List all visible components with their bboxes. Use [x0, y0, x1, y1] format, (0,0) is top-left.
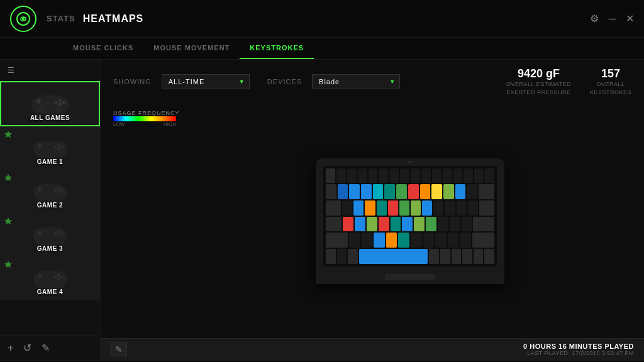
key-f1: [336, 168, 346, 184]
pressure-label: OVERALL ESTIMATEDEXERTED PRESSURE: [506, 80, 571, 96]
key-rshift: [472, 233, 494, 248]
sidebar-item-game1[interactable]: GAME 1: [0, 126, 100, 170]
key-q: [342, 200, 352, 216]
game4-icon: [4, 260, 13, 271]
all-games-thumbnail: ALL GAMES: [1, 82, 99, 125]
key-4: [373, 184, 384, 199]
key-f8: [411, 168, 420, 184]
key-d: [367, 217, 377, 232]
close-icon[interactable]: ✕: [626, 13, 634, 25]
legend-title: USAGE FREQUENCY: [113, 110, 182, 116]
game1-icon: [4, 130, 13, 141]
key-row-num: [326, 184, 494, 199]
minimize-icon[interactable]: ─: [609, 13, 616, 25]
sidebar-item-game2[interactable]: GAME 2: [0, 170, 100, 213]
svg-point-7: [58, 103, 61, 106]
key-z: [349, 233, 360, 248]
key-o: [433, 200, 443, 216]
content: SHOWING ALL-TIME LAST 7 DAYS LAST 30 DAY…: [101, 60, 644, 360]
key-lalt: [348, 249, 358, 264]
key-f: [379, 217, 389, 232]
svg-point-17: [57, 147, 60, 150]
key-row-fn: [326, 168, 494, 184]
key-u: [411, 200, 421, 216]
time-played: 0 HOURS 16 MINUTES PLAYED: [523, 343, 634, 350]
add-game-button[interactable]: +: [8, 343, 13, 354]
tab-mouse-clicks[interactable]: MOUSE CLICKS: [63, 38, 143, 59]
key-y-letter: [399, 200, 409, 216]
game2-label: GAME 2: [0, 202, 100, 209]
key-x: [362, 233, 373, 248]
key-p: [445, 200, 455, 216]
key-f7: [400, 168, 409, 184]
header-titles: STATS HEATMAPS: [47, 13, 143, 25]
key-b: [398, 233, 409, 248]
key-period: [448, 233, 459, 248]
sidebar-item-game4[interactable]: GAME 4: [0, 256, 100, 300]
svg-point-38: [57, 273, 60, 277]
key-tab: [326, 200, 341, 216]
edit-button[interactable]: ✎: [42, 342, 50, 354]
sidebar-menu-button[interactable]: ☰: [0, 60, 100, 81]
key-j: [414, 217, 425, 232]
key-fn: [337, 249, 347, 264]
key-esc: [326, 168, 335, 184]
tab-mouse-movement[interactable]: MOUSE MOVEMENT: [143, 38, 240, 59]
key-right: [484, 249, 494, 264]
key-m: [423, 233, 435, 248]
sidebar-item-all-games[interactable]: ALL GAMES: [0, 81, 100, 126]
key-comma: [435, 233, 447, 248]
key-f5: [379, 168, 388, 184]
key-e: [365, 200, 375, 216]
svg-rect-9: [51, 102, 55, 105]
key-v: [386, 233, 397, 248]
laptop-body: [316, 158, 504, 284]
header: STATS HEATMAPS ⚙ ─ ✕: [0, 0, 644, 38]
keystrokes-stat: 157 OVERALLKEYSTROKES: [590, 67, 631, 96]
refresh-button[interactable]: ↺: [23, 342, 31, 354]
key-g: [391, 217, 401, 232]
devices-label: DEVICES: [267, 78, 302, 85]
svg-point-5: [62, 101, 65, 104]
settings-icon[interactable]: ⚙: [590, 13, 599, 25]
svg-point-10: [40, 106, 46, 112]
devices-dropdown[interactable]: Blade Blade Pro DeathStalker: [312, 74, 400, 89]
key-8: [420, 184, 431, 199]
key-h: [402, 217, 413, 232]
devices-dropdown-wrapper: Blade Blade Pro DeathStalker: [312, 74, 400, 89]
svg-point-39: [60, 275, 64, 278]
svg-rect-29: [39, 230, 41, 234]
legend-low: LOW: [113, 121, 125, 127]
key-enter2: [473, 217, 494, 232]
svg-rect-8: [45, 102, 50, 105]
game3-thumbnail: GAME 3: [0, 213, 100, 256]
legend-area: USAGE FREQUENCY LOW HIGH: [113, 104, 182, 338]
key-1: [338, 184, 348, 199]
main: ☰ ALL GAMES: [0, 60, 644, 360]
key-down: [474, 249, 484, 264]
key-slash: [460, 233, 471, 248]
last-played: LAST PLAYED: 17/2/2015 3:52:47 PM: [523, 350, 634, 356]
game4-thumbnail: GAME 4: [0, 256, 100, 299]
svg-point-18: [40, 150, 46, 155]
svg-point-33: [57, 234, 60, 237]
tab-keystrokes[interactable]: KEYSTROKES: [240, 38, 314, 59]
svg-point-25: [57, 190, 60, 194]
nav-tabs: MOUSE CLICKS MOUSE MOVEMENT KEYSTROKES: [0, 38, 644, 60]
svg-point-4: [58, 99, 61, 102]
bottom-edit-button[interactable]: ✎: [111, 343, 127, 356]
camera: [408, 161, 412, 163]
pressure-stat: 9420 gF OVERALL ESTIMATEDEXERTED PRESSUR…: [506, 67, 571, 96]
key-f12: [453, 168, 463, 184]
sidebar-item-game3[interactable]: GAME 3: [0, 213, 100, 256]
game3-label: GAME 3: [0, 245, 100, 252]
key-f3: [358, 168, 367, 184]
game2-icon: [4, 173, 13, 184]
svg-point-30: [57, 230, 60, 233]
key-6: [396, 184, 407, 199]
key-r: [377, 200, 387, 216]
legend-labels: LOW HIGH: [113, 121, 176, 127]
showing-dropdown[interactable]: ALL-TIME LAST 7 DAYS LAST 30 DAYS: [162, 74, 250, 89]
key-2: [349, 184, 360, 199]
key-tilde: [326, 184, 336, 199]
